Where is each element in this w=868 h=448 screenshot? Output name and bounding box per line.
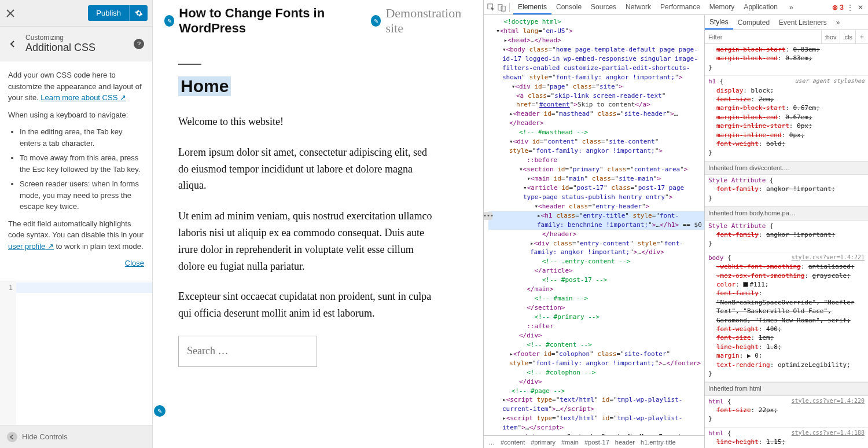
add-rule-icon[interactable]: ＋ — [855, 30, 868, 43]
dom-node[interactable]: ▾<article id="post-17" class="post-17 pa… — [488, 183, 704, 202]
help-icon[interactable]: ? — [134, 39, 144, 49]
entry-content: Welcome to this website! Lorem ipsum dol… — [178, 113, 435, 322]
dom-node[interactable]: ▸<script type="text/html" id="tmpl-wp-pl… — [488, 395, 704, 414]
close-icon[interactable] — [5, 8, 16, 19]
breadcrumb-item[interactable]: #primary — [531, 439, 556, 446]
devtools-toolbar: ElementsConsoleSourcesNetworkPerformance… — [484, 0, 868, 15]
dom-node[interactable]: <!-- .entry-content --> — [488, 257, 704, 266]
css-rule[interactable]: margin-block-start: 0.83em;margin-block-… — [705, 44, 868, 76]
dom-node[interactable]: ▸<h1 class="entry-title" style="font-fam… — [488, 211, 704, 230]
section-description: Add your own CSS code here to customize … — [0, 61, 152, 281]
devtools-tab-application[interactable]: Application — [739, 1, 782, 14]
hide-controls-label[interactable]: Hide Controls — [22, 432, 68, 441]
css-rule[interactable]: style.css?ver=1.4:188html {line-height: … — [705, 428, 868, 448]
dom-node[interactable]: ▾<body class="home page-template-default… — [488, 45, 704, 82]
styles-tab-styles[interactable]: Styles — [705, 16, 733, 30]
edit-shortcut-icon[interactable]: ✎ — [154, 405, 165, 417]
dom-node[interactable]: ▸<div class="entry-content" style="font-… — [488, 239, 704, 258]
devtools-tab-sources[interactable]: Sources — [586, 1, 621, 14]
css-rule[interactable]: Style Attribute {font-family: angkor !im… — [705, 175, 868, 207]
styles-filter-input[interactable] — [705, 34, 821, 41]
css-rules[interactable]: margin-block-start: 0.83em;margin-block-… — [705, 44, 868, 448]
learn-css-link[interactable]: Learn more about CSS ↗ — [41, 93, 126, 102]
collapse-icon[interactable] — [7, 432, 17, 442]
dom-node[interactable]: <!doctype html> — [488, 17, 704, 27]
dom-node[interactable]: ▸<footer id="colophon" class="site-foote… — [488, 350, 704, 368]
back-icon[interactable] — [6, 37, 20, 51]
inspect-icon[interactable] — [487, 3, 495, 12]
dom-node[interactable]: </header> — [488, 230, 704, 239]
breadcrumb-item[interactable]: #post-17 — [584, 439, 609, 446]
more-tabs-icon[interactable]: » — [832, 16, 845, 29]
dom-node[interactable]: <!-- #colophon --> — [488, 368, 704, 377]
error-badge[interactable]: ⊗ 3 — [832, 3, 844, 12]
dom-node[interactable]: <script>var _wpCustomizePreviewNavMenusE… — [488, 432, 704, 435]
dom-node[interactable]: ▾<div id="content" class="site-content" … — [488, 137, 704, 156]
dom-node[interactable]: <a class="skip-link screen-reader-text" … — [488, 91, 704, 110]
publish-button[interactable]: Publish — [88, 5, 129, 21]
dom-node[interactable]: ▾<section id="primary" class="content-ar… — [488, 165, 704, 174]
css-rule[interactable]: user agent stylesheeh1 {display: block;f… — [705, 76, 868, 161]
devtools-tab-console[interactable]: Console — [551, 1, 586, 14]
dom-node[interactable]: ▾<div id="page" class="site"> — [488, 82, 704, 91]
dom-node[interactable]: <!-- #primary --> — [488, 313, 704, 322]
settings-icon[interactable]: ⋮ — [846, 3, 854, 12]
dom-node[interactable]: </section> — [488, 303, 704, 313]
dom-breadcrumb[interactable]: …#content#primary#main#post-17headerh1.e… — [484, 435, 704, 448]
dom-node[interactable]: <!-- #post-17 --> — [488, 276, 704, 285]
dom-node[interactable]: ▾<main id="main" class="site-main"> — [488, 174, 704, 183]
close-description-link[interactable]: Close — [125, 259, 144, 267]
editor-active-line[interactable] — [16, 282, 152, 293]
user-profile-link[interactable]: user profile ↗ — [8, 242, 54, 251]
more-tabs-icon[interactable]: » — [785, 1, 798, 14]
dom-node[interactable]: ▾<html lang="en-US"> — [488, 27, 704, 36]
devtools-tab-network[interactable]: Network — [621, 1, 656, 14]
dom-node[interactable]: ▸<header id="masthead" class="site-heade… — [488, 109, 704, 128]
close-icon[interactable]: ✕ — [856, 3, 865, 12]
dom-node[interactable]: <!-- #page --> — [488, 387, 704, 396]
dom-node[interactable]: </div> — [488, 377, 704, 387]
cls-toggle[interactable]: .cls — [840, 30, 856, 43]
kbd-intro: When using a keyboard to navigate: — [8, 109, 144, 121]
breadcrumb-item[interactable]: h1.entry-title — [641, 439, 676, 446]
search-input[interactable]: Search … — [178, 336, 317, 367]
dom-node[interactable]: ▾<header class="entry-header"> — [488, 202, 704, 211]
dom-actions-icon[interactable]: ••• — [484, 212, 492, 220]
devtools-tab-performance[interactable]: Performance — [656, 1, 705, 14]
kbd-tip: Screen reader users: when in forms mode,… — [20, 178, 144, 212]
customizing-label: Customizing — [25, 34, 134, 42]
css-rule[interactable]: style.css?ver=1.4:221body {-webkit-font-… — [705, 252, 868, 382]
css-rule[interactable]: Style Attribute {font-family: angkor !im… — [705, 221, 868, 252]
dom-node[interactable]: ::before — [488, 156, 704, 165]
breadcrumb-item[interactable]: … — [488, 439, 495, 446]
dom-node[interactable]: ▸<script type="text/html" id="tmpl-wp-pl… — [488, 414, 704, 432]
device-icon[interactable] — [498, 3, 506, 12]
devtools-tab-elements[interactable]: Elements — [513, 1, 551, 14]
gear-icon[interactable] — [129, 5, 148, 21]
dom-tree[interactable]: <!doctype html> ▾<html lang="en-US"> ▸<h… — [484, 15, 704, 435]
dom-node[interactable]: <!-- #content --> — [488, 340, 704, 350]
breadcrumb-item[interactable]: #content — [501, 439, 525, 446]
hov-toggle[interactable]: :hov — [821, 30, 840, 43]
edit-shortcut-icon[interactable]: ✎ — [371, 15, 381, 27]
dom-node[interactable]: </article> — [488, 266, 704, 276]
dom-node[interactable]: <!-- #main --> — [488, 294, 704, 303]
desc-text: The edit field automatically highlights … — [8, 219, 144, 240]
breadcrumb-item[interactable]: header — [615, 439, 635, 446]
styles-tab-computed[interactable]: Computed — [733, 16, 774, 29]
styles-tab-event-listeners[interactable]: Event Listeners — [774, 16, 832, 29]
dom-node[interactable]: </main> — [488, 285, 704, 294]
customizer-panel: Publish Customizing Additional CSS ? Add… — [0, 0, 153, 448]
dom-node[interactable]: <!-- #masthead --> — [488, 128, 704, 137]
site-title[interactable]: How to Change Fonts in WordPress — [179, 6, 366, 36]
css-rule[interactable]: style.css?ver=1.4:220html {font-size: 22… — [705, 396, 868, 428]
breadcrumb-item[interactable]: #main — [561, 439, 579, 446]
dom-node[interactable]: </div> — [488, 331, 704, 340]
content-paragraph: Welcome to this website! — [178, 113, 435, 130]
dom-node[interactable]: ▸<head>…</head> — [488, 36, 704, 45]
dom-node[interactable]: ::after — [488, 322, 704, 331]
devtools-tab-memory[interactable]: Memory — [705, 1, 739, 14]
css-editor[interactable]: 1 — [0, 281, 152, 425]
edit-shortcut-icon[interactable]: ✎ — [164, 15, 174, 27]
devtools-tabs: ElementsConsoleSourcesNetworkPerformance… — [513, 1, 782, 14]
